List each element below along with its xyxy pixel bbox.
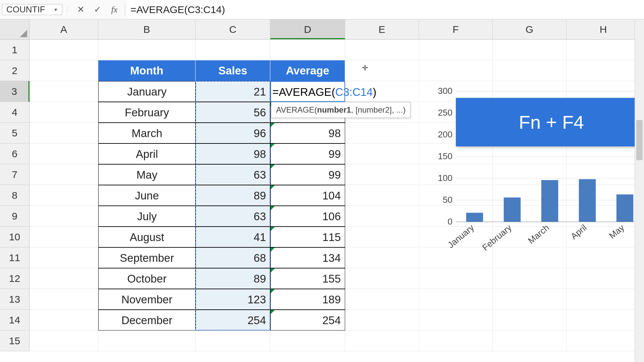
cell-H15[interactable] xyxy=(567,330,640,351)
cell-B7[interactable]: May xyxy=(98,164,196,185)
cell-C7[interactable]: 63 xyxy=(196,164,270,185)
row-header-10[interactable]: 10 xyxy=(0,227,30,247)
cell-B15[interactable] xyxy=(98,330,196,351)
cell-D10[interactable]: 115 xyxy=(270,227,345,247)
cell-C4[interactable]: 56 xyxy=(196,102,270,123)
row-header-6[interactable]: 6 xyxy=(0,143,30,164)
cell-G10[interactable] xyxy=(493,227,567,247)
cell-A10[interactable] xyxy=(30,227,98,247)
cell-F15[interactable] xyxy=(419,330,493,351)
cell-G11[interactable] xyxy=(493,247,567,268)
cell-F7[interactable] xyxy=(419,164,493,185)
row-header-12[interactable]: 12 xyxy=(0,268,30,289)
cell-G9[interactable] xyxy=(493,206,567,227)
cell-H8[interactable] xyxy=(567,185,640,206)
cell-E14[interactable] xyxy=(345,310,419,330)
cell-A13[interactable] xyxy=(30,289,98,310)
cell-D5[interactable]: 98 xyxy=(270,123,345,143)
select-all-triangle[interactable] xyxy=(0,19,30,39)
cell-F12[interactable] xyxy=(419,268,493,289)
row-header-11[interactable]: 11 xyxy=(0,247,30,268)
cell-E1[interactable] xyxy=(345,40,419,60)
cell-B6[interactable]: April xyxy=(98,143,196,164)
cell-H9[interactable] xyxy=(567,206,640,227)
cell-B2[interactable]: Month xyxy=(98,60,196,81)
cell-D9[interactable]: 106 xyxy=(270,206,345,227)
cell-B5[interactable]: March xyxy=(98,123,196,143)
cell-C8[interactable]: 89 xyxy=(196,185,270,206)
cell-A5[interactable] xyxy=(30,123,98,143)
cell-C10[interactable]: 41 xyxy=(196,227,270,247)
insert-function-button[interactable]: fx xyxy=(106,0,123,19)
cell-H7[interactable] xyxy=(567,164,640,185)
row-header-7[interactable]: 7 xyxy=(0,164,30,185)
cell-H10[interactable] xyxy=(567,227,640,247)
cell-C5[interactable]: 96 xyxy=(196,123,270,143)
row-header-15[interactable]: 15 xyxy=(0,330,30,351)
column-header-C[interactable]: C xyxy=(196,19,270,39)
cell-E2[interactable] xyxy=(345,60,419,81)
vertical-scrollbar[interactable] xyxy=(635,19,644,362)
column-header-F[interactable]: F xyxy=(419,19,493,39)
cell-C3[interactable]: 21 xyxy=(196,81,270,102)
chevron-down-icon[interactable]: ▼ xyxy=(53,7,58,12)
cell-D14[interactable]: 254 xyxy=(270,310,345,330)
row-header-1[interactable]: 1 xyxy=(0,40,30,60)
cell-B10[interactable]: August xyxy=(98,227,196,247)
cell-B4[interactable]: February xyxy=(98,102,196,123)
cell-B8[interactable]: June xyxy=(98,185,196,206)
cell-F9[interactable] xyxy=(419,206,493,227)
column-header-E[interactable]: E xyxy=(345,19,419,39)
cell-B3[interactable]: January xyxy=(98,81,196,102)
column-header-B[interactable]: B xyxy=(98,19,196,39)
cell-C11[interactable]: 68 xyxy=(196,247,270,268)
cell-A7[interactable] xyxy=(30,164,98,185)
cell-H12[interactable] xyxy=(567,268,640,289)
row-header-2[interactable]: 2 xyxy=(0,60,30,81)
cell-A2[interactable] xyxy=(30,60,98,81)
cell-E15[interactable] xyxy=(345,330,419,351)
cell-B11[interactable]: September xyxy=(98,247,196,268)
scrollbar-thumb[interactable] xyxy=(636,120,643,160)
cell-E6[interactable] xyxy=(345,143,419,164)
cell-G14[interactable] xyxy=(493,310,567,330)
cell-C15[interactable] xyxy=(196,330,270,351)
cell-E7[interactable] xyxy=(345,164,419,185)
cell-E13[interactable] xyxy=(345,289,419,310)
row-header-5[interactable]: 5 xyxy=(0,123,30,143)
cell-D13[interactable]: 189 xyxy=(270,289,345,310)
cell-A14[interactable] xyxy=(30,310,98,330)
column-header-G[interactable]: G xyxy=(493,19,567,39)
cell-D8[interactable]: 104 xyxy=(270,185,345,206)
cell-G1[interactable] xyxy=(493,40,567,60)
cell-A11[interactable] xyxy=(30,247,98,268)
cell-H6[interactable] xyxy=(567,143,640,164)
cancel-button[interactable]: ✕ xyxy=(72,0,89,19)
cell-C13[interactable]: 123 xyxy=(196,289,270,310)
cell-D7[interactable]: 99 xyxy=(270,164,345,185)
cell-D3[interactable]: =AVERAGE(C3:C14)AVERAGE(number1, [number… xyxy=(270,81,345,102)
cell-B12[interactable]: October xyxy=(98,268,196,289)
cell-F10[interactable] xyxy=(419,227,493,247)
row-header-3[interactable]: 3 xyxy=(0,81,30,102)
cell-A3[interactable] xyxy=(30,81,98,102)
cell-B14[interactable]: December xyxy=(98,310,196,330)
row-header-8[interactable]: 8 xyxy=(0,185,30,206)
cell-H14[interactable] xyxy=(567,310,640,330)
cell-F13[interactable] xyxy=(419,289,493,310)
row-header-9[interactable]: 9 xyxy=(0,206,30,227)
formula-input[interactable]: =AVERAGE(C3:C14) xyxy=(127,0,644,19)
column-header-H[interactable]: H xyxy=(567,19,640,39)
cell-D12[interactable]: 155 xyxy=(270,268,345,289)
cell-E10[interactable] xyxy=(345,227,419,247)
cell-A15[interactable] xyxy=(30,330,98,351)
cell-H2[interactable] xyxy=(567,60,640,81)
cell-E5[interactable] xyxy=(345,123,419,143)
cell-F6[interactable] xyxy=(419,143,493,164)
row-header-13[interactable]: 13 xyxy=(0,289,30,310)
cell-F1[interactable] xyxy=(419,40,493,60)
cell-A6[interactable] xyxy=(30,143,98,164)
cell-E11[interactable] xyxy=(345,247,419,268)
cell-H13[interactable] xyxy=(567,289,640,310)
cell-D6[interactable]: 99 xyxy=(270,143,345,164)
